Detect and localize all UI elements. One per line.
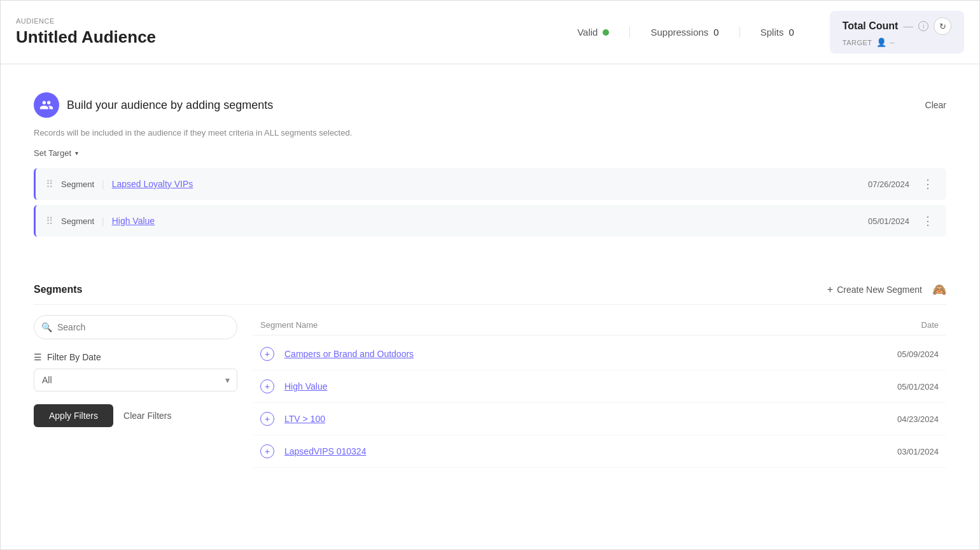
target-person-icon: 👤 xyxy=(876,38,886,47)
segment-divider: | xyxy=(102,216,104,226)
table-header: Segment Name Date xyxy=(253,315,946,335)
more-options-button[interactable]: ⋮ xyxy=(920,213,936,229)
filter-by-date-label: ☰ Filter By Date xyxy=(34,352,237,362)
clear-button[interactable]: Clear xyxy=(925,100,946,110)
page-title: Untitled Audience xyxy=(16,27,557,47)
chevron-down-icon: ▾ xyxy=(75,150,78,157)
target-label: TARGET xyxy=(843,39,872,46)
actions-row: Apply Filters Clear Filters xyxy=(34,404,237,427)
splits-label: Splits xyxy=(760,27,784,38)
suppressions-stat: Suppressions 0 xyxy=(630,27,739,38)
list-item: + LTV > 100 04/23/2024 xyxy=(253,403,946,435)
add-segment-button[interactable]: + xyxy=(260,347,274,361)
list-item: + LapsedVIPS 010324 03/01/2024 xyxy=(253,435,946,468)
refresh-button[interactable]: ↻ xyxy=(934,17,951,35)
segment-type-label: Segment xyxy=(61,180,94,189)
hide-icon[interactable]: 🙈 xyxy=(932,283,946,297)
total-count-value: –– xyxy=(903,21,913,31)
segments-section: Segments + Create New Segment 🙈 🔍 xyxy=(18,270,962,481)
build-header-left: Build your audience by adding segments xyxy=(34,92,273,118)
segment-list-name[interactable]: LTV > 100 xyxy=(284,414,875,424)
people-icon xyxy=(39,98,53,112)
col-name-header: Segment Name xyxy=(260,320,875,330)
date-select-wrapper: All Last 7 days Last 30 days Last 90 day… xyxy=(34,369,237,391)
suppressions-value: 0 xyxy=(713,27,718,38)
filter-icon: ☰ xyxy=(34,352,42,362)
col-date-header: Date xyxy=(875,320,939,330)
splits-value: 0 xyxy=(788,27,794,38)
segment-row: ⠿ Segment | Lapsed Loyalty VIPs 07/26/20… xyxy=(34,168,946,200)
segment-list-date: 03/01/2024 xyxy=(875,447,939,456)
create-segment-button[interactable]: + Create New Segment xyxy=(827,284,922,295)
right-column: Segment Name Date + Campers or Brand and… xyxy=(253,315,946,468)
list-item: + Campers or Brand and Outdoors 05/09/20… xyxy=(253,338,946,370)
segment-list-name[interactable]: Campers or Brand and Outdoors xyxy=(284,349,875,359)
header-left: AUDIENCE Untitled Audience xyxy=(16,17,557,47)
set-target-label: Set Target xyxy=(34,148,71,158)
total-count-top: Total Count –– i ↻ xyxy=(843,17,951,35)
two-col-layout: 🔍 ☰ Filter By Date All Last 7 days Last … xyxy=(34,315,946,468)
segment-list-name[interactable]: High Value xyxy=(284,381,875,391)
audience-icon xyxy=(34,92,59,118)
segment-row: ⠿ Segment | High Value 05/01/2024 ⋮ xyxy=(34,205,946,237)
records-note: Records will be included in the audience… xyxy=(34,128,946,138)
segment-list-date: 05/01/2024 xyxy=(875,382,939,391)
segments-header-right: + Create New Segment 🙈 xyxy=(827,283,946,297)
header-stats: Valid Suppressions 0 Splits 0 Total Coun… xyxy=(557,11,964,53)
add-segment-button[interactable]: + xyxy=(260,379,274,393)
segment-list-date: 05/09/2024 xyxy=(875,349,939,359)
add-segment-button[interactable]: + xyxy=(260,444,274,458)
create-segment-label: Create New Segment xyxy=(837,285,922,295)
build-section: Build your audience by adding segments C… xyxy=(18,80,962,255)
segment-list-date: 04/23/2024 xyxy=(875,414,939,424)
drag-handle-icon[interactable]: ⠿ xyxy=(46,178,53,190)
segment-divider: | xyxy=(102,179,104,189)
segments-header: Segments + Create New Segment 🙈 xyxy=(34,283,946,305)
segment-date: 05/01/2024 xyxy=(868,216,909,226)
list-item: + High Value 05/01/2024 xyxy=(253,370,946,403)
target-dash: – xyxy=(890,38,895,47)
splits-stat: Splits 0 xyxy=(740,27,815,38)
plus-icon: + xyxy=(827,284,833,295)
segment-type-label: Segment xyxy=(61,216,94,226)
segments-title: Segments xyxy=(34,284,82,295)
segment-name[interactable]: Lapsed Loyalty VIPs xyxy=(112,179,868,189)
left-column: 🔍 ☰ Filter By Date All Last 7 days Last … xyxy=(34,315,237,468)
main-content: Build your audience by adding segments C… xyxy=(1,64,979,496)
add-segment-button[interactable]: + xyxy=(260,412,274,426)
segment-name[interactable]: High Value xyxy=(112,216,868,226)
clear-filters-button[interactable]: Clear Filters xyxy=(123,411,171,421)
drag-handle-icon[interactable]: ⠿ xyxy=(46,215,53,227)
breadcrumb: AUDIENCE xyxy=(16,17,557,25)
segment-date: 07/26/2024 xyxy=(868,180,909,189)
search-icon: 🔍 xyxy=(41,322,52,332)
date-select[interactable]: All Last 7 days Last 30 days Last 90 day… xyxy=(34,369,237,391)
suppressions-label: Suppressions xyxy=(650,27,708,38)
build-title: Build your audience by adding segments xyxy=(67,99,273,112)
valid-dot xyxy=(603,29,609,36)
search-container: 🔍 xyxy=(34,315,237,339)
total-count-label: Total Count xyxy=(843,20,899,32)
header: AUDIENCE Untitled Audience Valid Suppres… xyxy=(1,1,979,64)
target-row: TARGET 👤 – xyxy=(843,38,951,47)
more-options-button[interactable]: ⋮ xyxy=(920,176,936,192)
valid-stat: Valid xyxy=(557,27,630,38)
build-header: Build your audience by adding segments C… xyxy=(34,92,946,118)
search-input[interactable] xyxy=(34,315,237,339)
total-count-box: Total Count –– i ↻ TARGET 👤 – xyxy=(830,11,964,53)
segment-list-name[interactable]: LapsedVIPS 010324 xyxy=(284,446,875,456)
filter-label-text: Filter By Date xyxy=(47,352,101,362)
info-icon[interactable]: i xyxy=(918,21,928,31)
set-target-button[interactable]: Set Target ▾ xyxy=(34,148,78,158)
valid-label: Valid xyxy=(577,27,598,38)
apply-filters-button[interactable]: Apply Filters xyxy=(34,404,113,427)
